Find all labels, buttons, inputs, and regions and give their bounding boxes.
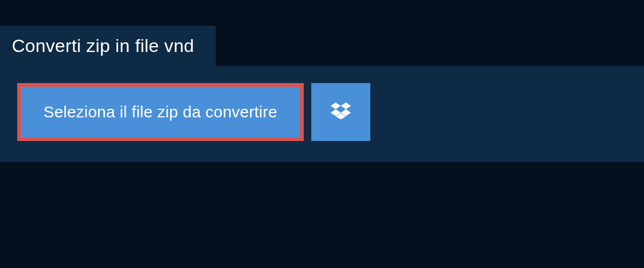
select-file-label: Seleziona il file zip da convertire bbox=[43, 103, 277, 121]
tab-bar: Converti zip in file vnd bbox=[0, 0, 644, 66]
conversion-panel: Seleziona il file zip da convertire bbox=[0, 66, 644, 162]
tab-convert[interactable]: Converti zip in file vnd bbox=[0, 26, 216, 66]
dropbox-icon bbox=[331, 101, 351, 123]
tab-label: Converti zip in file vnd bbox=[12, 35, 194, 56]
dropbox-button[interactable] bbox=[311, 83, 370, 141]
select-file-button[interactable]: Seleziona il file zip da convertire bbox=[17, 83, 304, 141]
